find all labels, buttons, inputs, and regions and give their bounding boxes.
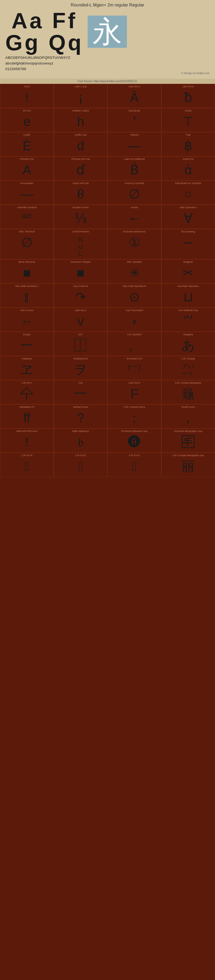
grid-cell: Small Forms， bbox=[161, 404, 215, 428]
cell-glyph: 丽 bbox=[182, 460, 194, 473]
cell-label: Misc Arrows bbox=[0, 309, 54, 312]
grid-cell: Latin Ext AdditionalḂ bbox=[107, 156, 161, 181]
cell-label: Phonetic Ext Sup bbox=[54, 158, 107, 161]
cell-label: CJK Ext A bbox=[0, 382, 54, 384]
cell-label: Number Forms bbox=[54, 206, 107, 209]
grid-cell: Currency Symbols∅ bbox=[107, 181, 161, 205]
cell-label: Small Forms bbox=[161, 406, 215, 408]
cell-label: CJK Radicals Sup bbox=[161, 309, 215, 312]
copyright: © Design by fontke.com bbox=[5, 72, 210, 75]
cell-glyph: ： bbox=[128, 412, 141, 425]
cell-label: Phonetic Ext bbox=[0, 158, 54, 161]
cell-glyph: ⺍ bbox=[182, 315, 194, 328]
cell-label: Misc Technical bbox=[0, 230, 54, 233]
grid-cell: Greek Extά bbox=[161, 156, 215, 181]
grid-cell: CJK Compat Ideographs龜 bbox=[161, 380, 215, 404]
cell-label: Latin Ext D bbox=[108, 382, 161, 384]
cell-label: Enclosed Ideographic Sup bbox=[161, 430, 215, 433]
cell-label: Control Pictures bbox=[54, 230, 107, 233]
cell-glyph: ά bbox=[184, 164, 192, 177]
grid-cell: Cyrillic Supd bbox=[54, 132, 107, 156]
cell-label: Enclosed CJK bbox=[108, 357, 161, 360]
cell-glyph: ○ bbox=[184, 188, 192, 200]
cell-label: Cyrillic Sup bbox=[54, 134, 107, 136]
cell-glyph: 龜 bbox=[182, 387, 194, 400]
cell-label: Latin Ext B bbox=[161, 85, 215, 88]
cell-glyph: ∀ bbox=[184, 212, 193, 225]
cell-glyph: ← bbox=[21, 315, 33, 328]
digits-row: 0123456789 bbox=[5, 66, 210, 72]
grid-cell: CJK Ext B𠀀 bbox=[0, 453, 54, 477]
cell-glyph: 𫝀 bbox=[78, 460, 83, 473]
cell-glyph: ⊤ bbox=[183, 115, 194, 128]
cell-label: Greek Ext bbox=[161, 158, 215, 161]
grid-cell: Punctuation— bbox=[0, 181, 54, 205]
cell-glyph: ， bbox=[182, 412, 194, 425]
cell-glyph: d bbox=[77, 139, 84, 152]
grid-cell: Hebrew— bbox=[107, 132, 161, 156]
cell-label: Latin Ext A bbox=[108, 85, 161, 88]
cell-label: Cyrillic bbox=[0, 134, 54, 136]
cell-glyph: 🅐 bbox=[128, 436, 141, 449]
cell-label: Misc Math Symbols B bbox=[108, 285, 161, 288]
cell-label: CJK Compat Ideographs bbox=[161, 382, 215, 384]
cell-label: Math Alphanum bbox=[54, 430, 107, 433]
cell-glyph: Ā bbox=[130, 91, 139, 104]
cell-label: CJK Compat Forms bbox=[108, 406, 161, 408]
grid-cell: Enclosed Alphanums① bbox=[107, 229, 161, 259]
cell-glyph: ─ bbox=[183, 236, 193, 249]
cell-glyph: ！ bbox=[21, 436, 33, 449]
cell-label: CJK Ext E bbox=[54, 454, 107, 457]
cell-glyph: ■ bbox=[23, 266, 31, 279]
cell-glyph: 一 bbox=[74, 387, 87, 400]
cell-glyph: È bbox=[22, 139, 31, 152]
cell-label: CJK Symbols bbox=[108, 333, 161, 336]
cell-label: Half And Full Forms bbox=[0, 430, 54, 433]
cell-glyph: 、 bbox=[128, 339, 141, 352]
cell-label: Kangxi bbox=[0, 333, 54, 336]
grid-cell: Misc Symbols✳ bbox=[107, 259, 161, 283]
cell-glyph: 🈐 bbox=[182, 436, 194, 449]
glyph-grid: ASCII!Latin 1 Sup¡Latin Ext AĀLatin Ext … bbox=[0, 84, 215, 477]
cell-glyph: ⊙ bbox=[129, 291, 140, 304]
cell-glyph: 𝔟 bbox=[78, 436, 84, 449]
grid-cell: Geometric Shapes■ bbox=[54, 259, 107, 283]
grid-cell: Sup Arrows B↷ bbox=[54, 283, 107, 308]
cell-glyph: ⿰ bbox=[74, 339, 87, 352]
grid-cell: Half And Full Forms！ bbox=[0, 428, 54, 453]
cell-label: CJK Ext D bbox=[108, 454, 161, 457]
cell-label: CJK bbox=[54, 382, 107, 384]
cell-label: CJK Compat Ideographs Sup bbox=[161, 454, 215, 457]
grid-cell: Enclosed Ideographic Sup🈐 bbox=[161, 428, 215, 453]
grid-cell: Modifier Lettersh bbox=[54, 108, 107, 132]
font-source-bar: Font Source: http://www.fontke.com/font/… bbox=[0, 79, 215, 84]
cell-label: Currency Symbols bbox=[108, 182, 161, 185]
cell-glyph: a/c bbox=[22, 212, 32, 220]
cell-glyph: ⸗ bbox=[132, 315, 137, 328]
cell-label: Arrows bbox=[108, 206, 161, 209]
big-letters-display: Aa FfGg Qq bbox=[5, 10, 84, 54]
grid-cell: Enclosed CJK(一) bbox=[107, 356, 161, 380]
grid-cell: Arrows← bbox=[107, 205, 161, 229]
grid-cell: Number Forms⅓ bbox=[54, 205, 107, 229]
grid-cell: CJK Ext A㐃 bbox=[0, 380, 54, 404]
cell-glyph: NUL bbox=[78, 236, 83, 257]
cell-glyph: アパート bbox=[182, 363, 194, 377]
cell-glyph: ？ bbox=[74, 412, 87, 425]
cell-glyph: ƀ bbox=[184, 91, 192, 104]
grid-cell: CJK一 bbox=[54, 380, 107, 404]
cell-glyph: ฿ bbox=[184, 139, 193, 152]
grid-cell: Diacriticalsʼ bbox=[107, 108, 161, 132]
grid-cell: Latin 1 Sup¡ bbox=[54, 84, 107, 108]
header-section: Rounded-L Mgen+ 2m regular Regular Aa Ff… bbox=[0, 0, 215, 79]
cell-label: Enclosed Alphanums bbox=[108, 230, 161, 233]
cell-glyph: 𠀀 bbox=[24, 460, 29, 473]
cell-label: Super And Sub bbox=[54, 182, 107, 185]
cell-glyph: v bbox=[77, 315, 84, 328]
cell-label: Box Drawing bbox=[161, 230, 215, 233]
cell-label: CJK Ext B bbox=[0, 454, 54, 457]
grid-cell: Misc Math Symbols A⫿ bbox=[0, 283, 54, 308]
grid-cell: Latin Ext Cv bbox=[54, 308, 107, 332]
cell-glyph: h bbox=[77, 115, 84, 128]
grid-cell: Misc Technical∅ bbox=[0, 229, 54, 259]
